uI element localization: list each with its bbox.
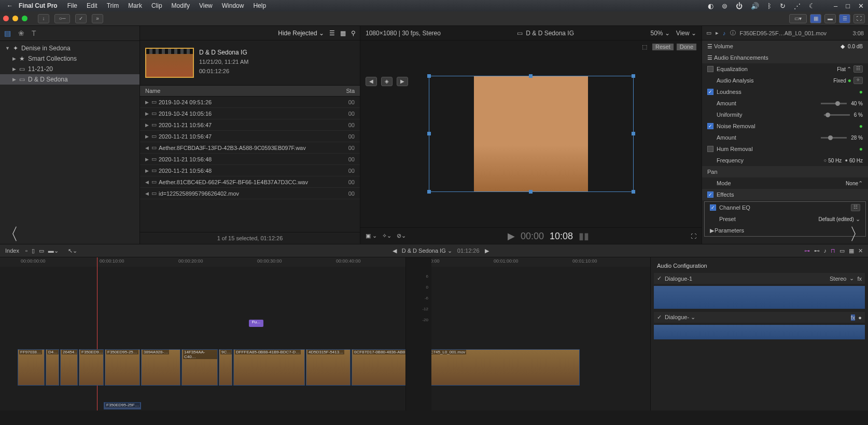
moon-icon[interactable]: ☾ <box>809 2 815 10</box>
timeline-clip[interactable]: 0CF87D17-0B80-4836-AB83-70562066CC745_L0… <box>352 349 580 386</box>
timeline-clip[interactable]: 9C… <box>219 349 232 386</box>
inspector-toggle[interactable]: ☰ <box>839 14 850 23</box>
menu-view[interactable]: View <box>199 2 213 9</box>
list-item[interactable]: ▶▭2020-11-21 10:56:4800 <box>140 165 360 176</box>
render-button[interactable]: » <box>92 14 103 23</box>
app-name[interactable]: Final Cut Pro <box>19 2 58 9</box>
channel-eq-editor-icon[interactable]: ☷ <box>851 204 860 211</box>
play-icon[interactable]: ▶ <box>508 231 515 241</box>
timeline-clip[interactable]: DFFFEA85-0B88-41B9-BDC7-D… <box>233 349 305 386</box>
library-row[interactable]: ▼✦Denise in Sedona <box>0 43 139 53</box>
tl-view2-icon[interactable]: ▦ <box>849 248 854 254</box>
dialogue2-checkbox[interactable]: ✓ <box>657 314 662 321</box>
loudness-uni-slider[interactable] <box>824 114 850 116</box>
library-tab-icon[interactable]: ▤ <box>4 29 11 37</box>
camera-icon[interactable]: ⊚ <box>722 2 727 10</box>
loudness-checkbox[interactable]: ✓ <box>707 89 713 95</box>
index-button[interactable]: Index <box>5 248 19 254</box>
list-item[interactable]: ◀▭Aether.81CBC4ED-662F-452F-BF66-1E4B37A… <box>140 176 360 188</box>
timeline-toggle[interactable]: ▬ <box>824 14 836 23</box>
timeline-tracks[interactable]: 00:00:00:0000:00:10:0000:00:20:0000:00:3… <box>0 257 650 410</box>
zoom-menu[interactable]: 50% ⌄ <box>650 30 669 37</box>
hum-checkbox[interactable] <box>707 146 713 152</box>
tutorial-prev-arrow[interactable]: 〈 <box>2 223 19 246</box>
audio-track-2[interactable]: ✓ Dialogue- ⌄ fx ● <box>654 312 865 323</box>
insert-clip-icon[interactable]: ▯ <box>32 248 35 254</box>
power-icon[interactable]: ⏻ <box>736 2 743 10</box>
skimming-icon[interactable]: ⊶ <box>804 248 810 254</box>
solo-icon[interactable]: ♪ <box>824 248 827 254</box>
menu-edit[interactable]: Edit <box>87 2 97 9</box>
event-row-selected[interactable]: ▶▭D & D Sedona <box>0 74 139 85</box>
transform-bounds[interactable] <box>429 76 634 192</box>
audio-skim-icon[interactable]: ⊷ <box>814 248 820 254</box>
fullscreen-viewer-icon[interactable]: ⛶ <box>691 233 696 239</box>
menu-trim[interactable]: Trim <box>107 2 119 9</box>
timeline-clip[interactable]: 26454… <box>60 349 78 386</box>
back-icon[interactable]: ← <box>4 2 16 9</box>
menu-mark[interactable]: Mark <box>128 2 142 9</box>
enhance-icon[interactable]: ✧⌄ <box>382 232 391 239</box>
hide-rejected-toggle[interactable]: Hide Rejected ⌄ <box>278 30 324 37</box>
loudness-amount-slider[interactable] <box>821 103 847 104</box>
track-fx-icon[interactable]: fx <box>857 276 862 282</box>
list-item[interactable]: ◀▭Aether.8FCBDA3F-13FD-42B3-A588-9C0593E… <box>140 142 360 154</box>
sync-icon[interactable]: ◐ <box>708 2 713 10</box>
tl-view1-icon[interactable]: ▭ <box>839 248 845 254</box>
list-item[interactable]: ▶▭2020-11-21 10:56:4800 <box>140 154 360 165</box>
list-item[interactable]: ▶▭2020-11-21 10:56:4700 <box>140 131 360 142</box>
eq-editor-icon[interactable]: ☷ <box>853 65 863 73</box>
timeline-clip[interactable]: 3894A928-… <box>141 349 180 386</box>
retime-icon[interactable]: ⊘⌄ <box>397 232 406 239</box>
timeline-clip[interactable]: 14F354AA-C40… <box>181 349 218 386</box>
import-button[interactable]: ↓ <box>38 14 49 23</box>
list-item[interactable]: ▶▭2019-10-24 10:05:1600 <box>140 108 360 119</box>
keyword-button[interactable]: ○─ <box>54 14 70 23</box>
timeline-clip[interactable]: F350ED95-25… <box>105 349 140 386</box>
onscreen-controls-icon[interactable]: ▣ ⌄ <box>366 232 377 239</box>
audio-track-1[interactable]: ✓ Dialogue-1 Stereo⌄ fx <box>654 273 865 284</box>
snap-icon[interactable]: ⊓ <box>831 248 835 254</box>
timeline-prev-icon[interactable]: ◀ <box>393 248 397 254</box>
timeline-clip[interactable]: D4… <box>46 349 59 386</box>
menu-clip[interactable]: Clip <box>151 2 162 9</box>
secondary-clip[interactable]: F350ED95-25F… <box>104 402 141 409</box>
tl-view3-icon[interactable]: ✕ <box>858 248 863 254</box>
audio-inspector-icon[interactable]: ♪ <box>723 30 726 36</box>
selected-clip-thumbnail[interactable] <box>145 48 194 78</box>
list-item[interactable]: ◀▭id=1225258995796626402.mov00 <box>140 188 360 199</box>
analysis-icon[interactable]: ✧ <box>853 77 863 84</box>
overwrite-clip-icon[interactable]: ▬⌄ <box>48 248 59 254</box>
event-row[interactable]: ▶▭11-21-20 <box>0 64 139 74</box>
noise-checkbox[interactable]: ✓ <box>707 123 713 129</box>
keyframe-icon[interactable]: ◆ <box>841 43 845 50</box>
clip-appearance-icon[interactable]: ☰ <box>329 30 335 37</box>
noise-amount-slider[interactable] <box>821 137 847 139</box>
titles-tab-icon[interactable]: T <box>32 29 36 37</box>
wifi-icon[interactable]: ⋰ <box>794 2 801 10</box>
timeline-next-icon[interactable]: ▶ <box>485 248 489 254</box>
list-item[interactable]: ▶▭2020-11-21 10:56:4700 <box>140 119 360 131</box>
photos-tab-icon[interactable]: ❀ <box>18 29 24 37</box>
close-dot[interactable] <box>3 16 9 21</box>
dialogue1-checkbox[interactable]: ✓ <box>657 275 662 282</box>
info-inspector-icon[interactable]: ⓘ <box>730 29 736 37</box>
bg-tasks-button[interactable]: ✓ <box>75 14 87 23</box>
list-item[interactable]: ▶▭2019-10-24 09:51:2600 <box>140 97 360 108</box>
window-minimize[interactable]: – <box>834 2 837 10</box>
volume-icon[interactable]: 🔊 <box>751 2 759 10</box>
window-maximize[interactable]: □ <box>846 2 850 10</box>
tutorial-next-arrow[interactable]: 〉 <box>849 223 866 246</box>
timeline-ruler[interactable]: 00:00:00:0000:00:10:0000:00:20:0000:00:3… <box>0 257 650 267</box>
timeline-clip[interactable]: FF97038… <box>18 349 45 386</box>
clip-list[interactable]: ▶▭2019-10-24 09:51:2600▶▭2019-10-24 10:0… <box>140 97 360 232</box>
eq-checkbox[interactable] <box>707 66 713 72</box>
channel-eq-checkbox[interactable]: ✓ <box>710 204 716 211</box>
view-menu[interactable]: View ⌄ <box>676 30 696 37</box>
video-inspector-icon[interactable]: ▭ <box>706 30 711 36</box>
timeline-clip[interactable]: 4D5D315F-5413… <box>306 349 351 386</box>
window-close[interactable]: ✕ <box>858 2 864 10</box>
smart-collections-row[interactable]: ▶★Smart Collections <box>0 53 139 64</box>
browser-toggle[interactable]: ▦ <box>810 14 821 23</box>
bluetooth-icon[interactable]: ᛒ <box>767 2 772 10</box>
